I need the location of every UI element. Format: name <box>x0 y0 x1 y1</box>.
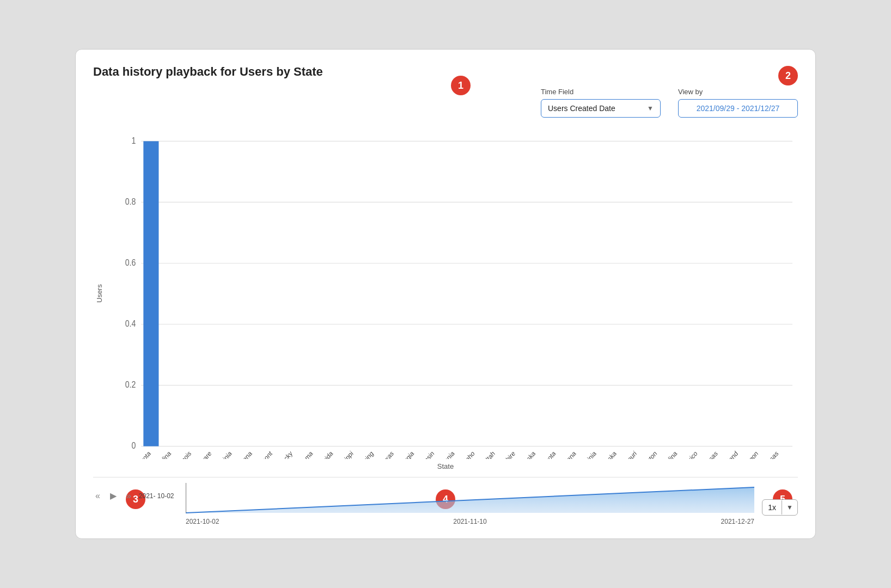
svg-text:Texas: Texas <box>379 449 395 459</box>
badge-2: 2 <box>778 66 798 85</box>
tl-end-date: 2021-12-27 <box>721 518 754 525</box>
timeline-dates: 2021-10-02 2021-11-10 2021-12-27 <box>186 518 754 525</box>
y-axis-label: Users <box>93 128 108 459</box>
svg-text:Minnesota: Minnesota <box>533 449 557 459</box>
rewind-button[interactable]: « <box>93 490 102 502</box>
svg-text:Virginia: Virginia <box>578 449 597 459</box>
tl-start-date: 2021-10-02 <box>186 518 219 525</box>
svg-text:Wyoming: Wyoming <box>352 449 375 459</box>
svg-text:0: 0 <box>131 440 136 450</box>
svg-text:Arkansas: Arkansas <box>757 449 780 459</box>
speed-value: 1x <box>762 500 782 515</box>
tl-mid-date: 2021-11-10 <box>453 518 486 525</box>
timeline-section: 3 4 5 « ▶ » 2021- 10-02 <box>93 477 798 525</box>
time-field-label: Time Field <box>541 88 573 96</box>
svg-text:Utah: Utah <box>483 449 497 459</box>
timeline-mini-chart <box>186 483 754 516</box>
view-by-group: 2 View by 2021/09/29 - 2021/12/27 <box>678 88 798 118</box>
svg-text:South Dakota: South Dakota <box>121 449 152 459</box>
svg-text:Florida: Florida <box>316 449 334 459</box>
timeline-controls: « ▶ » 2021- 10-02 <box>93 489 174 502</box>
svg-text:Delaware: Delaware <box>190 449 213 459</box>
time-field-value: Users Created Date <box>548 104 615 113</box>
time-field-group: Time Field Users Created Date ▼ <box>541 88 661 118</box>
controls-row: 1 Time Field Users Created Date ▼ 2 View… <box>93 88 798 118</box>
play-button[interactable]: ▶ <box>108 489 119 502</box>
svg-text:Idaho: Idaho <box>460 449 476 459</box>
badge-1: 1 <box>451 76 471 95</box>
modal-header: Data history playback for Users by State… <box>93 65 798 79</box>
svg-text:Indiana: Indiana <box>234 449 253 459</box>
svg-text:0.8: 0.8 <box>125 197 136 206</box>
modal-container: Data history playback for Users by State… <box>75 49 816 539</box>
svg-text:Kentucky: Kentucky <box>271 449 294 459</box>
svg-text:0.4: 0.4 <box>125 318 136 328</box>
bar-south-dakota <box>143 141 158 446</box>
view-by-label: View by <box>678 88 703 96</box>
timeline-svg <box>186 483 754 516</box>
date-range-button[interactable]: 2021/09/29 - 2021/12/27 <box>678 99 798 118</box>
modal-title: Data history playback for Users by State <box>93 65 323 79</box>
bar-chart: 1 0.8 0.6 0.4 0.2 0 <box>108 128 798 459</box>
svg-text:Kansas: Kansas <box>700 449 719 459</box>
forward-button[interactable]: » <box>124 490 133 502</box>
svg-text:Alaska: Alaska <box>600 449 618 459</box>
speed-chevron-icon[interactable]: ▼ <box>782 500 797 514</box>
svg-text:0.6: 0.6 <box>125 258 136 267</box>
chart-area: Users 1 0.8 0.6 0.4 0.2 <box>93 128 798 470</box>
x-axis-label: State <box>93 462 798 470</box>
svg-text:Nebraska: Nebraska <box>514 449 537 459</box>
svg-text:Illinois: Illinois <box>176 449 193 459</box>
svg-text:Vermont: Vermont <box>253 449 274 459</box>
svg-text:Alabama: Alabama <box>292 449 314 459</box>
chart-main: Users 1 0.8 0.6 0.4 0.2 <box>93 128 798 459</box>
chart-inner: 1 0.8 0.6 0.4 0.2 0 <box>108 128 798 459</box>
time-field-select[interactable]: Users Created Date ▼ <box>541 99 661 118</box>
svg-text:Missouri: Missouri <box>617 449 638 459</box>
svg-text:1: 1 <box>131 136 136 145</box>
svg-text:Georgia: Georgia <box>395 449 416 459</box>
chevron-down-icon: ▼ <box>647 105 654 112</box>
svg-text:Oregon: Oregon <box>740 449 759 459</box>
current-date: 2021- 10-02 <box>139 492 174 500</box>
svg-text:0.2: 0.2 <box>125 379 136 389</box>
svg-text:Wisconsin: Wisconsin <box>411 449 436 459</box>
svg-text:Louisiana: Louisiana <box>554 449 577 459</box>
speed-control[interactable]: 1x ▼ <box>762 499 798 516</box>
